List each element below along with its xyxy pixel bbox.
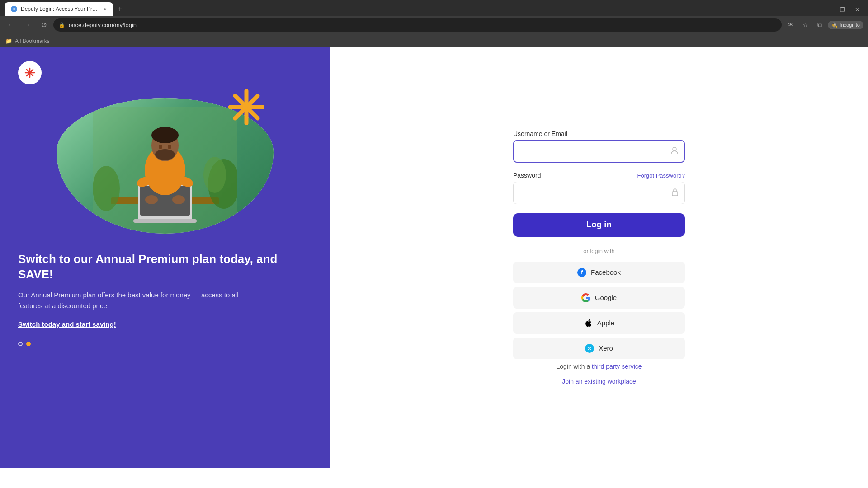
active-tab[interactable]: D Deputy Login: Access Your Prof... × — [5, 2, 113, 16]
svg-rect-9 — [133, 219, 197, 223]
divider-line-right — [620, 251, 685, 251]
minimize-button[interactable]: — — [822, 3, 835, 16]
back-button[interactable]: ← — [5, 18, 18, 32]
tab-favicon: D — [11, 6, 17, 12]
lock-icon: 🔒 — [59, 22, 65, 28]
svg-point-13 — [159, 145, 162, 149]
google-login-button[interactable]: Google — [513, 287, 685, 309]
xero-label: Xero — [599, 344, 613, 352]
xero-icon — [585, 344, 594, 353]
window-controls: — ❐ ✕ — [822, 3, 863, 16]
promo-text: Switch to our Annual Premium plan today,… — [18, 252, 312, 328]
apple-icon — [584, 319, 593, 328]
promo-body: Our Annual Premium plan offers the best … — [18, 290, 253, 311]
bookmarks-bar: 📁 All Bookmarks — [0, 34, 868, 47]
username-wrapper — [513, 140, 685, 163]
password-row: Password Forgot Password? — [513, 172, 685, 179]
address-text: once.deputy.com/my/login — [69, 22, 776, 28]
hero-image — [52, 94, 278, 238]
forward-button[interactable]: → — [21, 18, 34, 32]
login-form: Username or Email Password Forgot Passwo… — [513, 130, 685, 385]
third-party-section: Login with a third party service — [513, 363, 685, 370]
bookmark-star-icon[interactable]: ☆ — [799, 19, 811, 31]
deputy-logo-icon — [23, 66, 37, 80]
person-icon — [670, 146, 679, 156]
hide-icon[interactable]: 👁 — [784, 19, 797, 31]
maximize-button[interactable]: ❐ — [836, 3, 849, 16]
bookmarks-folder-icon: 📁 — [5, 38, 12, 44]
apple-label: Apple — [597, 319, 614, 327]
address-bar[interactable]: 🔒 once.deputy.com/my/login — [53, 18, 782, 32]
apple-login-button[interactable]: Apple — [513, 312, 685, 334]
deputy-logo — [18, 61, 42, 84]
password-input[interactable] — [513, 182, 685, 204]
lock-icon — [671, 188, 679, 198]
right-panel: Username or Email Password Forgot Passwo… — [330, 47, 868, 468]
star-decoration — [228, 89, 264, 127]
google-icon — [581, 293, 590, 302]
tab-close-button[interactable]: × — [104, 6, 107, 12]
new-tab-button[interactable]: + — [114, 3, 126, 16]
incognito-icon: 🕵 — [831, 22, 838, 28]
svg-point-22 — [203, 157, 226, 193]
svg-rect-28 — [672, 192, 678, 196]
left-panel: Switch to our Annual Premium plan today,… — [0, 47, 330, 468]
svg-point-18 — [145, 195, 158, 204]
svg-point-27 — [673, 147, 676, 151]
join-workplace-link[interactable]: Join an existing workplace — [562, 378, 636, 385]
address-bar-row: ← → ↺ 🔒 once.deputy.com/my/login 👁 ☆ ⧉ 🕵… — [0, 16, 868, 34]
third-party-text: Login with a — [556, 363, 590, 370]
close-button[interactable]: ✕ — [851, 3, 863, 16]
facebook-login-button[interactable]: f Facebook — [513, 262, 685, 283]
password-wrapper — [513, 182, 685, 204]
username-label: Username or Email — [513, 130, 685, 137]
carousel-dot-2[interactable] — [26, 342, 31, 346]
google-label: Google — [595, 294, 617, 301]
split-view-icon[interactable]: ⧉ — [813, 19, 826, 31]
divider-text: or login with — [583, 248, 614, 254]
svg-point-14 — [168, 145, 171, 149]
tab-bar: D Deputy Login: Access Your Prof... × + … — [0, 0, 868, 16]
svg-point-12 — [151, 127, 179, 143]
carousel-dots — [18, 342, 312, 346]
divider: or login with — [513, 248, 685, 254]
reload-button[interactable]: ↺ — [37, 18, 51, 32]
login-button[interactable]: Log in — [513, 213, 685, 237]
person-svg — [93, 107, 237, 234]
divider-line-left — [513, 251, 578, 251]
forgot-password-link[interactable]: Forgot Password? — [637, 172, 685, 179]
svg-point-15 — [155, 149, 175, 160]
facebook-label: Facebook — [591, 268, 621, 276]
username-input[interactable] — [513, 140, 685, 163]
promo-headline: Switch to our Annual Premium plan today,… — [18, 252, 312, 282]
facebook-icon: f — [577, 268, 586, 277]
third-party-link[interactable]: third party service — [592, 363, 642, 370]
toolbar-actions: 👁 ☆ ⧉ 🕵 Incognito — [784, 19, 863, 31]
carousel-dot-1[interactable] — [18, 342, 23, 346]
xero-login-button[interactable]: Xero — [513, 338, 685, 359]
promo-cta[interactable]: Switch today and start saving! — [18, 320, 312, 328]
password-label: Password — [513, 172, 541, 179]
bookmarks-label: All Bookmarks — [15, 38, 50, 44]
incognito-label: Incognito — [840, 22, 860, 28]
svg-point-19 — [172, 195, 185, 204]
svg-point-20 — [93, 166, 120, 211]
tab-title: Deputy Login: Access Your Prof... — [21, 6, 100, 12]
page-content: Switch to our Annual Premium plan today,… — [0, 47, 868, 468]
incognito-badge: 🕵 Incognito — [828, 21, 863, 29]
